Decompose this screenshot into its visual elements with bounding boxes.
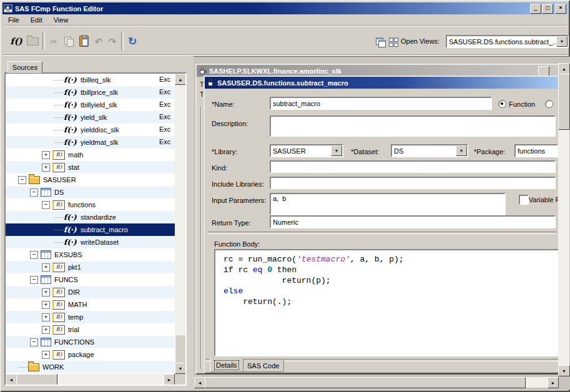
package-input[interactable] [514,144,558,157]
tree-item-DS[interactable]: −DS [6,186,175,198]
refresh-button[interactable]: ↻ [125,34,140,48]
close-button[interactable]: × [555,4,566,14]
collapse-icon[interactable]: − [18,176,26,184]
panel-splitter[interactable] [187,56,194,387]
tree-item-math[interactable]: +f()math [6,149,175,161]
collapse-icon[interactable]: − [30,251,38,259]
library-dropdown-button[interactable]: ▼ [331,145,342,156]
redo-button[interactable]: ↷ [105,34,120,48]
menu-view[interactable]: View [48,15,74,25]
copy-button[interactable] [61,34,76,48]
dataset-combobox[interactable]: DS ▼ [391,144,468,157]
minimize-button[interactable]: _ [530,4,541,14]
collapse-icon[interactable]: − [30,189,38,197]
menu-edit[interactable]: Edit [25,15,48,25]
kind-input[interactable] [270,160,556,173]
open-button[interactable] [25,34,40,48]
expand-icon[interactable]: + [42,313,50,321]
chevron-down-icon: ▼ [335,149,339,153]
tree-item-EXSUBS[interactable]: −EXSUBS [6,248,175,261]
tree-hscrollbar[interactable]: ◄ ► [6,374,175,385]
function-body-label: Function Body: [214,240,260,248]
tree-vscroll-thumb[interactable] [175,335,186,363]
mdi-vscrollbar[interactable]: ▲ ▼ [558,63,569,376]
maximize-button[interactable]: □ [542,4,553,14]
undo-button[interactable]: ↶ [91,34,106,48]
open-views-combobox[interactable]: SASUSER.DS.functions.subtract_... ▼ [446,35,569,48]
mdi-scroll-down-button[interactable]: ▼ [558,365,570,376]
tree-item-tbillyield_slk[interactable]: f(·)tbillyield_slkExc [6,99,175,111]
tree-item-subtract_macro[interactable]: f(·)subtract_macro [6,223,175,236]
expand-icon[interactable]: + [42,164,50,172]
tree-item-trial[interactable]: +f()trial [6,323,175,336]
tree-vscrollbar[interactable]: ▲ ▼ [175,74,185,374]
function-body-editor[interactable]: rc = run_macro('testmacro', a, b, p);if … [214,249,561,356]
cut-button[interactable]: ✂ [46,34,61,48]
tab-details[interactable]: Details [210,358,243,372]
include-libraries-input[interactable] [270,177,556,189]
expand-icon[interactable]: + [42,326,50,334]
tree-item-standardize[interactable]: f(·)standardize [6,211,175,223]
return-type-label: Return Type: [212,219,251,227]
paste-button[interactable] [76,34,91,48]
tree-item-yieldmat_slk[interactable]: f(·)yieldmat_slkExc [6,136,175,149]
scroll-down-icon: ▼ [562,369,566,373]
tree-scroll-right-button[interactable]: ► [164,374,175,385]
tree-item-FUNCTIONS[interactable]: −FUNCTIONS [6,336,175,348]
collapse-icon[interactable]: − [30,338,38,346]
tree-item-MATH[interactable]: +f()MATH [6,298,175,311]
tree-item-tbillprice_slk[interactable]: f(·)tbillprice_slkExc [6,86,175,99]
tree-item-yield_slk[interactable]: f(·)yield_slkExc [6,111,175,124]
expand-icon[interactable]: + [42,151,50,159]
tree-item-SASUSER[interactable]: −SASUSER [6,174,175,186]
dataset-dropdown-button[interactable]: ▼ [456,145,467,156]
collapse-icon[interactable]: − [42,201,50,209]
mdi-scroll-up-button[interactable]: ▲ [558,63,570,74]
mdi-hscrollbar[interactable]: ◄ ► [194,377,559,388]
tree-item-stat[interactable]: +f()stat [6,161,175,174]
new-function-button[interactable]: f() [9,34,24,48]
expand-icon[interactable]: + [42,301,50,309]
name-input[interactable] [270,97,492,110]
library-combobox[interactable]: SASUSER ▼ [270,144,343,157]
menu-file[interactable]: File [2,15,25,25]
open-views-dropdown-button[interactable]: ▼ [556,36,568,47]
tile-windows-button[interactable] [386,34,401,48]
tree-item-WORK[interactable]: WORK [6,361,175,373]
tree-item-label: DIR [68,288,80,296]
tree-scroll-up-button[interactable]: ▲ [175,74,186,85]
tree-item-pkt1[interactable]: +f()pkt1 [6,261,175,273]
input-parameters-input[interactable]: a, b [270,193,506,215]
expand-icon[interactable]: + [42,351,50,359]
tree-item-temp[interactable]: +f()temp [6,311,175,323]
description-input[interactable] [270,115,556,137]
tab-sas-code-label: SAS Code [247,362,279,370]
folder-icon [28,363,39,371]
tree-item-functions[interactable]: −f()functions [6,198,175,211]
variable-parameters-checkbox[interactable] [519,195,529,205]
tab-sources[interactable]: Sources [7,61,42,73]
mdi-vscroll-thumb[interactable] [558,74,570,130]
mdi-hscroll-thumb[interactable] [205,377,526,388]
mdi-scroll-left-button[interactable]: ◄ [194,377,205,388]
tree-item-package[interactable]: +f()package [6,348,175,361]
tree-item-DIR[interactable]: +f()DIR [6,286,175,298]
expand-icon[interactable]: + [42,288,50,296]
tree-scroll-down-button[interactable]: ▼ [175,363,186,374]
background-window-button[interactable] [538,66,549,76]
tree-hscroll-thumb[interactable] [16,374,57,385]
mdi-scroll-right-button[interactable]: ► [548,377,559,388]
return-type-input[interactable] [270,215,556,228]
name-label: *Name: [212,100,235,108]
expand-icon[interactable]: + [42,263,50,272]
function-radio[interactable] [498,100,506,108]
collapse-icon[interactable]: − [30,276,38,284]
tree-scroll-left-button[interactable]: ◄ [6,374,17,385]
tree-item-writeDataset[interactable]: f(·)writeDataset [6,236,175,248]
tree-item-FUNCS[interactable]: −FUNCS [6,273,175,286]
tree-item-tbilleq_slk[interactable]: f(·)tbilleq_slkExc [6,74,175,86]
tab-sas-code[interactable]: SAS Code [242,360,284,372]
subroutine-radio[interactable] [545,100,553,108]
code-line: else [224,286,561,296]
tree-item-yielddisc_slk[interactable]: f(·)yielddisc_slkExc [6,124,175,136]
